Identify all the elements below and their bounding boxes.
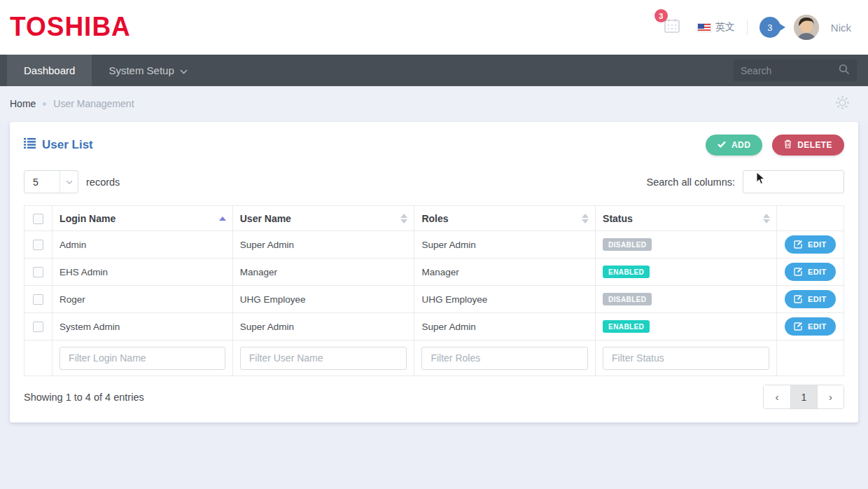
table-row: EHS Admin Manager Manager ENABLED [24, 259, 844, 286]
panel-title-text: User List [42, 138, 93, 152]
cell-login-name: Roger [52, 286, 233, 313]
nav-system-setup-label: System Setup [108, 55, 174, 86]
cell-login-name: EHS Admin [52, 259, 233, 286]
pagination-next-button[interactable]: › [817, 385, 844, 408]
cell-user-name: Manager [232, 259, 414, 286]
chevron-down-icon [59, 171, 78, 193]
table-header-row: Login Name User Name Roles Status [24, 206, 844, 231]
cell-user-name: UHG Employee [232, 286, 414, 313]
cell-roles: Super Admin [414, 313, 596, 340]
avatar[interactable] [794, 15, 819, 40]
cell-login-name: System Admin [52, 313, 233, 340]
list-icon [24, 138, 36, 152]
nav-item-system-setup[interactable]: System Setup [92, 55, 204, 86]
cell-roles: Manager [414, 259, 596, 286]
status-badge: DISABLED [603, 293, 652, 305]
filter-status-input[interactable] [603, 347, 769, 370]
filter-login-name-input[interactable] [59, 347, 225, 370]
nav-item-dashboard[interactable]: Dashboard [7, 55, 92, 86]
pencil-square-icon [794, 322, 803, 332]
edit-button[interactable]: EDIT [785, 317, 836, 336]
row-checkbox[interactable] [33, 240, 43, 250]
table-row: Roger UHG Employee UHG Employee DISABLED [24, 286, 844, 313]
search-all-columns-input[interactable] [743, 170, 844, 193]
nav-dashboard-label: Dashboard [24, 55, 75, 86]
column-header-user-name[interactable]: User Name [232, 206, 414, 231]
edit-button[interactable]: EDIT [785, 290, 836, 308]
column-header-status[interactable]: Status [596, 206, 777, 231]
column-header-roles[interactable]: Roles [414, 206, 596, 231]
sort-icon [582, 206, 589, 230]
cell-login-name: Admin [52, 231, 233, 259]
search-all-columns-label: Search all columns: [646, 177, 735, 188]
pagination: ‹ 1 › [763, 385, 844, 409]
check-icon [718, 140, 726, 150]
breadcrumb-separator [43, 102, 46, 106]
message-count-badge: 3 [767, 22, 772, 33]
header-divider [747, 20, 748, 35]
delete-button[interactable]: DELETE [772, 135, 844, 156]
breadcrumb-home[interactable]: Home [10, 98, 36, 109]
sort-icon [763, 206, 770, 230]
add-button[interactable]: ADD [706, 135, 762, 156]
language-switcher[interactable]: 英文 [697, 21, 735, 34]
top-header: TOSHIBA 3 英文 3 [0, 0, 868, 55]
row-checkbox[interactable] [33, 267, 43, 277]
trash-icon [784, 139, 792, 151]
notification-count-badge: 3 [654, 9, 668, 22]
gear-icon[interactable] [834, 94, 851, 114]
cell-roles: UHG Employee [414, 286, 596, 313]
toshiba-logo: TOSHIBA [10, 12, 131, 43]
cell-roles: Super Admin [414, 231, 596, 259]
pencil-square-icon [794, 240, 803, 250]
column-header-actions [776, 206, 844, 231]
breadcrumb: Home User Management [10, 98, 134, 109]
records-per-page-value: 5 [24, 177, 59, 188]
pagination-page-1[interactable]: 1 [790, 385, 817, 408]
pencil-square-icon [794, 267, 803, 277]
column-header-login-name[interactable]: Login Name [52, 206, 233, 231]
user-name[interactable]: Nick [831, 22, 851, 34]
notifications-button[interactable]: 3 [663, 17, 681, 38]
nav-search-box [734, 60, 857, 81]
edit-button[interactable]: EDIT [785, 235, 836, 254]
language-label: 英文 [715, 21, 735, 34]
table-row: System Admin Super Admin Super Admin ENA… [24, 313, 844, 340]
panel-title: User List [24, 138, 93, 152]
cell-user-name: Super Admin [232, 231, 414, 259]
user-table: Login Name User Name Roles Status [24, 205, 844, 376]
us-flag-icon [697, 23, 711, 32]
user-list-panel: User List ADD [10, 122, 858, 422]
filter-row [24, 340, 844, 376]
filter-roles-input[interactable] [421, 347, 588, 370]
sort-icon [400, 206, 407, 230]
breadcrumb-bar: Home User Management [0, 86, 868, 121]
breadcrumb-current: User Management [53, 98, 134, 109]
messages-button[interactable]: 3 [760, 17, 780, 38]
status-badge: ENABLED [603, 320, 650, 333]
row-checkbox[interactable] [33, 294, 43, 305]
search-icon[interactable] [839, 64, 850, 78]
status-badge: DISABLED [603, 238, 652, 251]
showing-entries-text: Showing 1 to 4 of 4 entries [24, 392, 144, 403]
nav-search-input[interactable] [741, 65, 839, 76]
sort-asc-icon [219, 206, 226, 230]
calendar-icon [663, 25, 681, 37]
status-badge: ENABLED [603, 266, 650, 278]
pencil-square-icon [794, 294, 803, 305]
table-row: Admin Super Admin Super Admin DISABLED [24, 231, 844, 259]
pagination-prev-button[interactable]: ‹ [764, 385, 790, 408]
filter-user-name-input[interactable] [240, 347, 407, 370]
chevron-down-icon [180, 55, 188, 86]
select-all-checkbox[interactable] [33, 214, 43, 224]
delete-button-label: DELETE [797, 140, 832, 150]
records-per-page-select[interactable]: 5 [24, 170, 78, 193]
records-label: records [86, 177, 120, 188]
cell-user-name: Super Admin [232, 313, 414, 340]
row-checkbox[interactable] [33, 322, 43, 332]
add-button-label: ADD [732, 140, 750, 150]
edit-button[interactable]: EDIT [785, 263, 836, 281]
main-navbar: Dashboard System Setup [0, 55, 868, 86]
